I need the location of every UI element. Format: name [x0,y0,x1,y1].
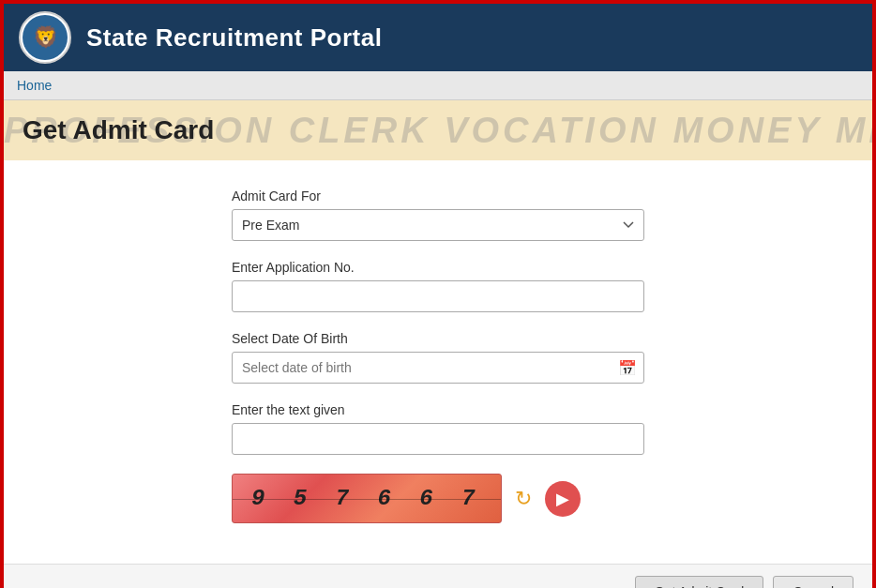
dob-input-wrapper: 📅 [232,352,644,384]
button-row: Get Admit Card Cancel [4,564,872,588]
dob-input[interactable] [232,352,644,384]
cancel-button[interactable]: Cancel [773,576,853,588]
page-header: State Recruitment Portal [4,4,872,71]
captcha-submit-button[interactable]: ▶ [545,481,581,517]
captcha-image: 9 5 7 6 6 7 [232,474,502,523]
nav-bar: Home [4,71,872,100]
captcha-group: Enter the text given [232,402,644,455]
application-no-group: Enter Application No. [232,260,644,312]
nav-home-link[interactable]: Home [17,78,52,93]
header-title: State Recruitment Portal [86,23,382,53]
captcha-input[interactable] [232,423,644,455]
admit-card-for-label: Admit Card For [232,188,644,204]
captcha-image-row: 9 5 7 6 6 7 ↻ ▶ [232,474,644,523]
page-title: Get Admit Card [23,115,214,145]
admit-card-for-group: Admit Card For Pre Exam Main Exam Interv… [232,188,644,241]
admit-card-for-select[interactable]: Pre Exam Main Exam Interview [232,209,644,241]
application-no-input[interactable] [232,280,644,312]
main-content: Admit Card For Pre Exam Main Exam Interv… [4,160,872,564]
captcha-label: Enter the text given [232,402,644,417]
application-no-label: Enter Application No. [232,260,644,275]
logo [19,11,71,64]
get-admit-card-button[interactable]: Get Admit Card [635,576,764,588]
dob-group: Select Date Of Birth 📅 [232,331,644,384]
page-banner: PROFESSION CLERK VOCATION MONEY MISSION … [4,100,872,160]
logo-inner [23,15,68,60]
captcha-refresh-button[interactable]: ↻ [511,483,536,515]
admit-card-form: Admit Card For Pre Exam Main Exam Interv… [232,188,644,523]
dob-label: Select Date Of Birth [232,331,644,346]
